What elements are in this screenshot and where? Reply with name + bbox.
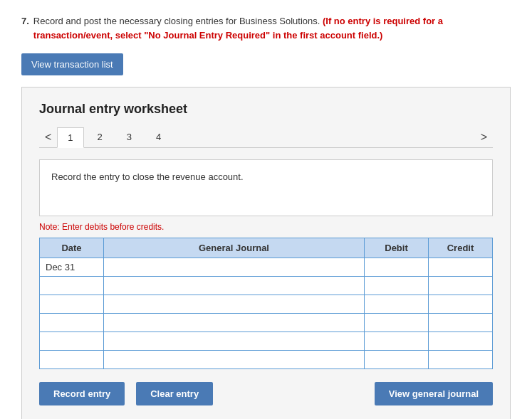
row5-date <box>40 332 104 351</box>
row5-debit-cell <box>365 332 429 351</box>
row2-date <box>40 277 104 295</box>
button-row: Record entry Clear entry View general jo… <box>39 382 493 405</box>
row3-debit-cell <box>365 295 429 314</box>
col-header-date: Date <box>40 238 104 258</box>
row3-gj-cell <box>104 295 365 314</box>
tab-2[interactable]: 2 <box>87 127 113 147</box>
table-row <box>40 277 493 295</box>
question-text: Record and post the necessary closing en… <box>33 14 511 42</box>
row6-gj-input[interactable] <box>104 351 364 368</box>
row5-gj-cell <box>104 332 365 351</box>
row6-credit-cell <box>429 351 493 369</box>
tab-4[interactable]: 4 <box>145 127 172 147</box>
row2-debit-input[interactable] <box>365 277 428 295</box>
nav-prev-arrow[interactable]: < <box>39 128 57 147</box>
row6-debit-cell <box>365 351 429 369</box>
tab-1[interactable]: 1 <box>57 127 83 148</box>
table-row <box>40 295 493 314</box>
table-row: Dec 31 <box>40 258 493 277</box>
row4-debit-cell <box>365 314 429 332</box>
entry-description-text: Record the entry to close the revenue ac… <box>51 171 244 182</box>
row4-gj-cell <box>104 314 365 332</box>
tab-3[interactable]: 3 <box>116 127 142 147</box>
row2-gj-cell <box>104 277 365 295</box>
record-entry-button[interactable]: Record entry <box>39 382 125 405</box>
row3-debit-input[interactable] <box>365 295 428 313</box>
journal-table: Date General Journal Debit Credit Dec 31 <box>39 238 493 369</box>
clear-entry-button[interactable]: Clear entry <box>136 382 213 405</box>
row1-gj-cell <box>104 258 365 277</box>
nav-next-arrow[interactable]: > <box>475 128 493 147</box>
question-header: 7. Record and post the necessary closing… <box>21 14 511 42</box>
row5-gj-input[interactable] <box>104 332 364 350</box>
row2-credit-cell <box>429 277 493 295</box>
tab-navigation: < 1 2 3 4 > <box>39 127 493 148</box>
worksheet-container: Journal entry worksheet < 1 2 3 4 > Reco… <box>21 87 511 419</box>
row1-date: Dec 31 <box>40 258 104 277</box>
table-row <box>40 314 493 332</box>
row1-debit-input[interactable] <box>365 258 428 276</box>
row3-gj-input[interactable] <box>104 295 364 313</box>
row5-debit-input[interactable] <box>365 332 428 350</box>
row1-gj-input[interactable] <box>104 258 364 276</box>
row5-credit-cell <box>429 332 493 351</box>
table-row <box>40 332 493 351</box>
row4-credit-cell <box>429 314 493 332</box>
row2-debit-cell <box>365 277 429 295</box>
col-header-credit: Credit <box>429 238 493 258</box>
row1-credit-input[interactable] <box>429 258 492 276</box>
question-text-plain: Record and post the necessary closing en… <box>33 16 320 26</box>
row6-date <box>40 351 104 369</box>
table-row <box>40 351 493 369</box>
row4-date <box>40 314 104 332</box>
col-header-debit: Debit <box>365 238 429 258</box>
worksheet-title: Journal entry worksheet <box>39 102 493 117</box>
view-general-journal-button[interactable]: View general journal <box>375 382 493 405</box>
row3-date <box>40 295 104 314</box>
row3-credit-input[interactable] <box>429 295 492 313</box>
row2-credit-input[interactable] <box>429 277 492 295</box>
row6-debit-input[interactable] <box>365 351 428 368</box>
view-transaction-button[interactable]: View transaction list <box>21 53 123 75</box>
row5-credit-input[interactable] <box>429 332 492 350</box>
row4-gj-input[interactable] <box>104 314 364 332</box>
row1-credit-cell <box>429 258 493 277</box>
row1-debit-cell <box>365 258 429 277</box>
col-header-general-journal: General Journal <box>104 238 365 258</box>
row4-debit-input[interactable] <box>365 314 428 332</box>
entry-description: Record the entry to close the revenue ac… <box>39 159 493 216</box>
row3-credit-cell <box>429 295 493 314</box>
row6-credit-input[interactable] <box>429 351 492 368</box>
row6-gj-cell <box>104 351 365 369</box>
row2-gj-input[interactable] <box>104 277 364 295</box>
note-text: Note: Enter debits before credits. <box>39 222 493 232</box>
row4-credit-input[interactable] <box>429 314 492 332</box>
question-number: 7. <box>21 14 29 42</box>
